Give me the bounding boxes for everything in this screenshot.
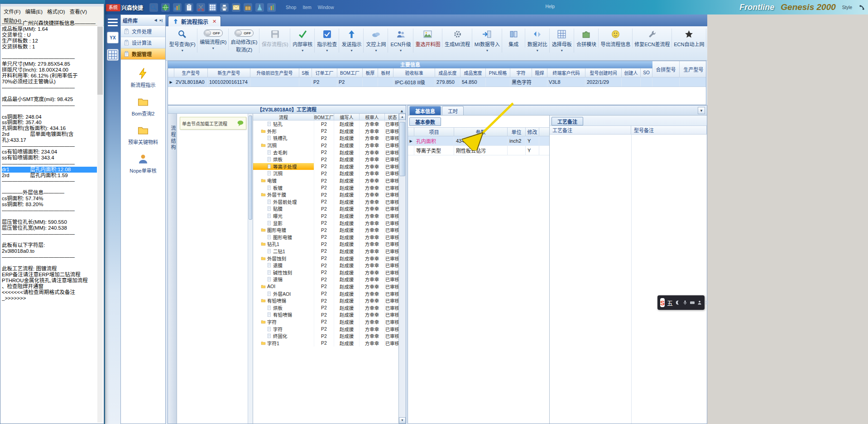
component-item-新流程指示[interactable]: 新流程指示 [121,67,165,88]
ribbon-button-reselect-material[interactable]: 重选开料图 [414,29,443,48]
flow-node[interactable]: 字符 [253,318,314,326]
component-group-设计算法[interactable]: 设计算法 [121,37,165,48]
flow-node[interactable]: 外层AOI [253,290,314,297]
scroll-down-icon[interactable]: ▼ [399,417,406,424]
ribbon-button-fix-ecn-flow[interactable]: 修复ECN差流程 [633,29,672,48]
component-group-文件处理[interactable]: 文件处理 [121,26,165,37]
phone-icon[interactable] [858,4,865,11]
moon-icon[interactable] [675,300,681,305]
flow-node-row[interactable]: 沉铜P2赵成援方幸幸已审核 [253,142,398,149]
flow-node[interactable]: 字符 [253,325,314,332]
flow-node-row[interactable]: 曝光P2赵成援方幸幸已审核 [253,212,398,220]
ime-mode-label[interactable]: 五 [667,299,673,307]
main-info-column-header[interactable]: 型号创建时间 [585,68,622,77]
ribbon-button-doc-upload[interactable]: 文控上网▾ [364,29,388,53]
flow-node[interactable]: 有铅喷锡 [253,297,314,304]
mail-icon[interactable] [232,3,240,12]
flow-node-row[interactable]: 电镀P2赵成援方幸幸已审核 [253,177,398,184]
flask-icon[interactable] [255,3,264,12]
param-value-cell[interactable]: 434.16 [454,136,508,145]
flow-node[interactable]: 去毛刺 [253,149,314,156]
flow-node-row[interactable]: 终固化P2赵成援方幸幸已审核 [253,332,398,340]
mic-icon[interactable] [682,300,688,305]
main-info-column-header[interactable]: 创建人 [622,68,641,77]
main-info-column-header[interactable]: S板 [299,68,312,77]
search-icon[interactable] [149,3,158,12]
sogou-logo-icon[interactable]: S [660,298,665,307]
note-scrollbar[interactable] [248,114,253,424]
flow-node-row[interactable]: 退膜P2赵成援方幸幸已审核 [253,262,398,269]
flow-node-row[interactable]: 有铅喷锡P2赵成援方幸幸已审核 [253,311,398,318]
note-scrollbar-thumb[interactable] [249,116,252,220]
flow-tree-column-header[interactable]: 流程 [253,114,314,120]
flow-tree-column-header[interactable]: BOM工厂 [314,114,334,120]
tab-process-notes[interactable]: 工艺备注 [551,117,583,125]
tab-basic-info[interactable]: 基本信息 [409,106,441,115]
notepad-menu-item[interactable]: 查看(V) [67,7,89,16]
ribbon-button-integrate[interactable]: 集成 [503,29,525,48]
component-group-数据管理[interactable]: 数据管理 [121,48,165,60]
keyboard-icon[interactable] [690,300,695,305]
flow-node[interactable]: 贴膜 [253,205,314,212]
main-info-column-header[interactable]: 阻焊 [532,68,547,77]
menu-hamburger-icon[interactable] [108,19,118,26]
main-info-column-header[interactable]: 字符 [510,68,532,77]
flow-node[interactable]: 图形电镀 [253,234,314,241]
main-info-column-header[interactable]: 成品长度 [435,68,460,77]
ribbon-button-select-motherboard[interactable]: 选择母板▾ [550,29,574,53]
flow-node-row[interactable]: 外形P2赵成援方幸幸已审核 [253,128,398,135]
flow-node[interactable]: 等离子处理 [253,163,314,170]
titlebar-menu-item[interactable]: Item [302,5,311,10]
user-icon[interactable] [697,300,702,305]
ribbon-button-ecn-upgrade[interactable]: ECN升级▾ [388,29,413,53]
flow-node-row[interactable]: 外层干膜P2赵成援方幸幸已审核 [253,191,398,198]
main-info-column-header[interactable]: 板厚 [363,68,378,77]
ribbon-button-mi-data-import[interactable]: MI数据导入▾ [473,29,502,53]
main-info-column-header[interactable]: 新生产型号 [208,68,250,77]
clipboard-icon[interactable] [185,3,193,12]
flow-node[interactable]: 退膜 [253,262,314,269]
flow-node-row[interactable]: 铣槽孔P2赵成援方幸幸已审核 [253,135,398,142]
ribbon-button-model-query[interactable]: 型号查询(F)▾ [168,29,197,53]
flow-node-row[interactable]: 钻孔1P2赵成援方幸幸已审核 [253,241,398,248]
param-row[interactable]: 等离子类型刚性板去钻污Y [408,146,549,155]
param-row[interactable]: ▶孔内面积434.16inch2Y [408,136,549,146]
flow-node[interactable]: 图形电镀 [253,226,314,234]
flow-node-row[interactable]: 烘板P2赵成援方幸幸已审核 [253,156,398,163]
toggle-off-switch[interactable]: OFF [235,29,254,37]
ribbon-button-ecn-auto-upload[interactable]: ECN自动上网 [672,29,706,48]
yx-app-icon[interactable]: YX [107,32,119,43]
ribbon-button-gen-mi-flow[interactable]: 生成MI流程 [443,29,472,48]
flow-node-row[interactable]: 二钻1P2赵成援方幸幸已审核 [253,248,398,255]
flow-structure-tab[interactable]: 流程结构 [168,125,177,151]
flow-node-row[interactable]: 沉铜P2赵成援方幸幸已审核 [253,170,398,177]
notes-body[interactable] [550,135,707,424]
flow-node[interactable]: 钻孔 [253,120,314,128]
flow-node[interactable]: 二钻1 [253,248,314,255]
tab-basic-params[interactable]: 基本参数 [409,117,441,126]
pin-icon[interactable]: ▸| [159,18,163,22]
scroll-up-icon[interactable]: ▲ [399,114,406,120]
titlebar-menu-item[interactable]: Shop [286,5,296,10]
main-info-column-header[interactable]: PNL规格 [486,68,510,77]
flow-node-row[interactable]: 钻孔P2赵成援方幸幸已审核 [253,120,398,128]
main-info-column-header[interactable]: 终端客户代码 [547,68,585,77]
flow-node[interactable]: 烘板 [253,156,314,163]
flow-node-row[interactable]: 外层前处理P2赵成援方幸幸已审核 [253,198,398,206]
params-column-header[interactable]: 项目 [414,128,454,136]
flow-node[interactable]: 铣槽孔 [253,135,314,142]
component-item-预审关键物料[interactable]: 预审关键物料 [121,125,165,145]
main-info-column-header[interactable]: 成品宽度 [460,68,486,77]
flow-node-row[interactable]: 字符P2赵成援方幸幸已审核 [253,318,398,326]
ribbon-button-send-instruction[interactable]: 发送指示▾ [340,29,364,53]
flow-node-row[interactable]: 图形电镀P2赵成援方幸幸已审核 [253,226,398,234]
main-info-column-header[interactable]: BOM工厂 [337,68,363,77]
titlebar-menu-item[interactable]: Window [318,5,334,10]
flow-node[interactable]: 钻孔1 [253,241,314,248]
printer-icon[interactable] [220,3,229,12]
flow-node-row[interactable]: 有铅喷锡P2赵成援方幸幸已审核 [253,297,398,304]
component-item-Nope单审核[interactable]: Nope单审核 [121,153,165,174]
globe-icon[interactable] [161,3,170,12]
tab-new-flow-instruction[interactable]: 新流程指示 ✕ [168,16,221,26]
main-info-column-header[interactable]: 订单工厂 [312,68,337,77]
